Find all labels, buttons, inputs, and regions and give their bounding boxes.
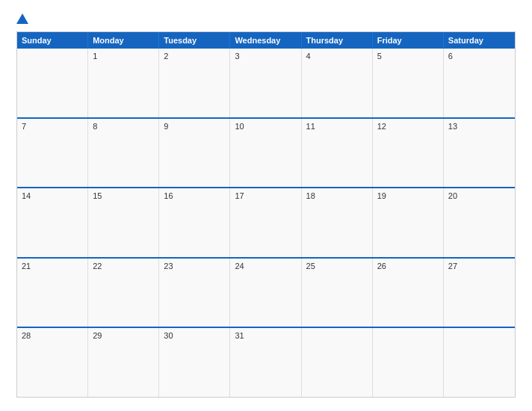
calendar: SundayMondayTuesdayWednesdayThursdayFrid… bbox=[16, 31, 516, 398]
day-number: 26 bbox=[377, 262, 386, 271]
header bbox=[16, 13, 516, 24]
calendar-page: SundayMondayTuesdayWednesdayThursdayFrid… bbox=[0, 0, 532, 411]
day-number: 6 bbox=[448, 52, 453, 61]
cal-cell bbox=[17, 49, 88, 117]
cal-cell: 22 bbox=[88, 259, 159, 327]
logo bbox=[16, 13, 31, 24]
day-number: 2 bbox=[164, 52, 168, 61]
cal-cell: 3 bbox=[230, 49, 301, 117]
cal-cell: 13 bbox=[444, 119, 515, 188]
day-number: 15 bbox=[93, 191, 102, 200]
cal-cell: 11 bbox=[302, 119, 373, 188]
calendar-body: 1234567891011121314151617181920212223242… bbox=[17, 49, 515, 397]
day-number: 23 bbox=[164, 262, 173, 271]
week-row-4: 28293031 bbox=[17, 327, 515, 397]
cal-cell: 25 bbox=[302, 259, 373, 327]
day-header-sunday: Sunday bbox=[17, 32, 88, 49]
cal-cell: 12 bbox=[373, 119, 444, 188]
cal-cell: 4 bbox=[302, 49, 373, 117]
cal-cell: 20 bbox=[444, 188, 515, 257]
week-row-1: 78910111213 bbox=[17, 117, 515, 188]
day-number: 21 bbox=[22, 262, 31, 271]
cal-cell: 18 bbox=[302, 188, 373, 257]
cal-cell: 31 bbox=[230, 328, 301, 397]
week-row-2: 14151617181920 bbox=[17, 187, 515, 257]
cal-cell: 5 bbox=[373, 49, 444, 117]
cal-cell bbox=[373, 328, 444, 397]
cal-cell: 15 bbox=[88, 188, 159, 257]
day-number: 25 bbox=[306, 262, 315, 271]
cal-cell: 14 bbox=[17, 188, 88, 257]
cal-cell: 29 bbox=[88, 328, 159, 397]
cal-cell: 21 bbox=[17, 259, 88, 327]
week-row-0: 123456 bbox=[17, 49, 515, 117]
cal-cell: 19 bbox=[373, 188, 444, 257]
day-number: 9 bbox=[164, 122, 168, 131]
day-number: 12 bbox=[377, 122, 386, 131]
day-header-saturday: Saturday bbox=[444, 32, 515, 49]
cal-cell: 7 bbox=[17, 119, 88, 188]
day-header-monday: Monday bbox=[88, 32, 159, 49]
week-row-3: 21222324252627 bbox=[17, 257, 515, 327]
cal-cell: 8 bbox=[88, 119, 159, 188]
day-number: 13 bbox=[448, 122, 457, 131]
day-header-tuesday: Tuesday bbox=[159, 32, 230, 49]
logo-triangle-icon bbox=[16, 13, 28, 24]
cal-cell: 1 bbox=[88, 49, 159, 117]
day-number: 14 bbox=[22, 191, 31, 200]
cal-cell: 9 bbox=[159, 119, 230, 188]
day-number: 20 bbox=[448, 191, 457, 200]
cal-cell: 16 bbox=[159, 188, 230, 257]
cal-cell: 24 bbox=[230, 259, 301, 327]
day-number: 22 bbox=[93, 262, 102, 271]
day-number: 8 bbox=[93, 122, 97, 131]
cal-cell: 6 bbox=[444, 49, 515, 117]
cal-cell: 2 bbox=[159, 49, 230, 117]
logo-blue-row bbox=[16, 13, 31, 24]
day-number: 11 bbox=[306, 122, 315, 131]
day-number: 29 bbox=[93, 331, 102, 340]
cal-cell: 30 bbox=[159, 328, 230, 397]
cal-cell bbox=[444, 328, 515, 397]
day-number: 28 bbox=[22, 331, 31, 340]
day-number: 18 bbox=[306, 191, 315, 200]
day-header-thursday: Thursday bbox=[302, 32, 373, 49]
day-number: 5 bbox=[377, 52, 382, 61]
day-number: 3 bbox=[235, 52, 239, 61]
cal-cell: 27 bbox=[444, 259, 515, 327]
cal-cell: 26 bbox=[373, 259, 444, 327]
day-header-friday: Friday bbox=[373, 32, 444, 49]
day-header-wednesday: Wednesday bbox=[230, 32, 301, 49]
cal-cell: 17 bbox=[230, 188, 301, 257]
calendar-header: SundayMondayTuesdayWednesdayThursdayFrid… bbox=[17, 32, 515, 49]
day-number: 10 bbox=[235, 122, 244, 131]
cal-cell: 28 bbox=[17, 328, 88, 397]
cal-cell bbox=[302, 328, 373, 397]
cal-cell: 10 bbox=[230, 119, 301, 188]
day-number: 27 bbox=[448, 262, 457, 271]
day-number: 1 bbox=[93, 52, 97, 61]
day-number: 16 bbox=[164, 191, 173, 200]
day-number: 4 bbox=[306, 52, 311, 61]
day-number: 31 bbox=[235, 331, 244, 340]
day-number: 17 bbox=[235, 191, 244, 200]
day-number: 24 bbox=[235, 262, 244, 271]
day-number: 30 bbox=[164, 331, 173, 340]
day-number: 7 bbox=[22, 122, 26, 131]
day-number: 19 bbox=[377, 191, 386, 200]
cal-cell: 23 bbox=[159, 259, 230, 327]
